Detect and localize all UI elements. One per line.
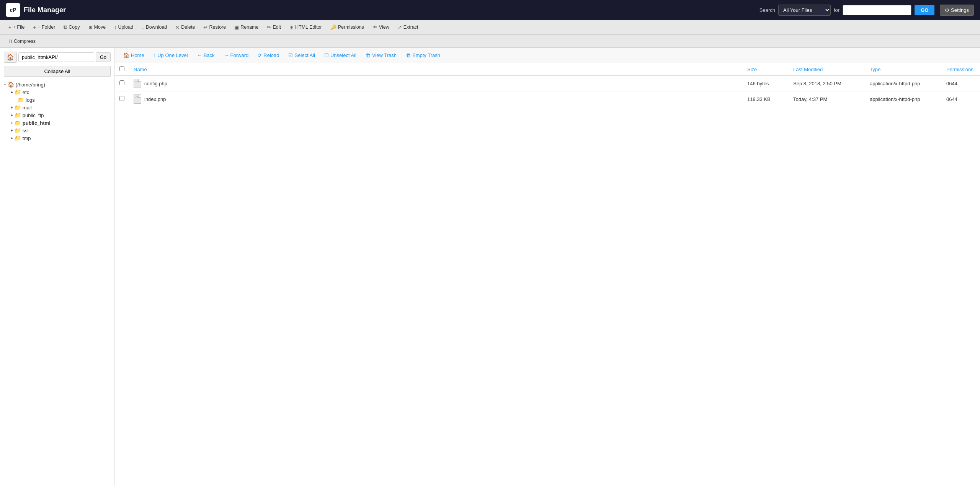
tree-item-ssl[interactable]: + 📁 ssl — [11, 127, 111, 134]
home-nav-button[interactable]: 🏠 Home — [119, 51, 148, 60]
file-icon-0: <?> — [134, 79, 141, 88]
row-checkbox-0[interactable] — [119, 80, 124, 85]
up-one-level-button[interactable]: ↑ Up One Level — [150, 51, 192, 60]
app-title: File Manager — [24, 6, 66, 14]
move-button[interactable]: ⊕ Move — [85, 23, 110, 32]
back-icon: ← — [197, 52, 202, 58]
restore-icon: ↩ — [203, 24, 207, 30]
forward-button[interactable]: → Forward — [220, 51, 253, 60]
file-nav: 🏠 Home ↑ Up One Level ← Back → Forward ⟳… — [115, 48, 980, 63]
modified-column-header[interactable]: Last Modified — [789, 63, 865, 76]
view-trash-button[interactable]: 🗑 View Trash — [362, 51, 400, 60]
unselect-all-icon: ☐ — [324, 52, 329, 58]
rename-button[interactable]: ▣ Rename — [230, 23, 262, 32]
search-go-button[interactable]: GO — [915, 5, 934, 15]
edit-button[interactable]: ✏ Edit — [263, 23, 285, 32]
unselect-all-button[interactable]: ☐ Unselect All — [320, 51, 360, 60]
cp-icon: cP — [6, 3, 20, 17]
restore-button[interactable]: ↩ Restore — [199, 23, 230, 32]
row-checkbox-1[interactable] — [119, 96, 124, 101]
tree-item-logs[interactable]: 📁 logs — [18, 96, 111, 104]
upload-icon: ↑ — [114, 24, 117, 30]
new-folder-button[interactable]: + + Folder — [29, 23, 59, 32]
upload-button[interactable]: ↑ Upload — [110, 23, 137, 32]
delete-button[interactable]: ✕ Delete — [172, 23, 199, 32]
permissions-button[interactable]: 🔑 Permissions — [327, 23, 368, 32]
file-name-cell: <?> config.php — [134, 79, 738, 88]
empty-trash-button[interactable]: 🗑 Empty Trash — [402, 51, 444, 60]
folder-icon-logs: 📁 — [18, 97, 24, 103]
public-ftp-label: public_ftp — [23, 112, 44, 118]
cp-text: cP — [10, 7, 16, 13]
compress-button[interactable]: ⊓ Compress — [5, 36, 39, 46]
folder-plus-icon: + — [33, 24, 36, 30]
file-modified-1: Today, 4:37 PM — [789, 91, 865, 107]
path-home-icon[interactable]: 🏠 — [4, 52, 17, 63]
size-column-header[interactable]: Size — [743, 63, 789, 76]
rename-icon: ▣ — [234, 24, 239, 30]
select-all-button[interactable]: ☑ Select All — [284, 51, 318, 60]
type-column-header[interactable]: Type — [865, 63, 942, 76]
folder-icon-etc: 📁 — [15, 89, 21, 95]
download-button[interactable]: ↓ Download — [138, 23, 171, 32]
up-icon: ↑ — [154, 52, 156, 58]
root-home-icon: 🏠 — [8, 81, 14, 88]
copy-icon: ⧉ — [64, 24, 67, 30]
edit-icon: ✏ — [267, 24, 271, 30]
main-layout: 🏠 Go Collapse All − 🏠 (/home/bring) + 📁 … — [0, 48, 980, 485]
file-name-1[interactable]: index.php — [144, 96, 166, 102]
html-editor-button[interactable]: ⊞ HTML Editor — [286, 23, 326, 32]
reload-button[interactable]: ⟳ Reload — [254, 51, 283, 60]
extract-button[interactable]: ↗ Extract — [394, 23, 422, 32]
move-icon: ⊕ — [88, 24, 93, 30]
ssl-toggle: + — [11, 129, 13, 133]
compress-icon: ⊓ — [8, 38, 12, 44]
table-row[interactable]: <?> index.php 119.33 KB Today, 4:37 PM a… — [115, 91, 980, 107]
sidebar: 🏠 Go Collapse All − 🏠 (/home/bring) + 📁 … — [0, 48, 115, 485]
file-name-cell: <?> index.php — [134, 94, 738, 104]
file-modified-0: Sep 8, 2018, 2:50 PM — [789, 76, 865, 91]
search-scope-select[interactable]: All Your Files Current Directory File Na… — [778, 5, 831, 16]
select-all-icon: ☑ — [288, 52, 293, 58]
tree-item-etc[interactable]: + 📁 etc — [11, 88, 111, 96]
new-file-button[interactable]: + + File — [5, 23, 29, 32]
permissions-column-header[interactable]: Permissions — [942, 63, 980, 76]
etc-label: etc — [23, 90, 29, 95]
tree-root[interactable]: − 🏠 (/home/bring) — [4, 81, 111, 88]
file-perms-0: 0644 — [942, 76, 980, 91]
path-input[interactable] — [18, 52, 94, 62]
file-table-body: <?> config.php 146 bytes Sep 8, 2018, 2:… — [115, 76, 980, 107]
checkbox-header[interactable] — [115, 63, 129, 76]
back-button[interactable]: ← Back — [193, 51, 219, 60]
view-button[interactable]: 👁 View — [369, 23, 393, 32]
file-table: Name Size Last Modified Type Permissions… — [115, 63, 980, 107]
search-input[interactable] — [843, 5, 911, 15]
tree-item-tmp[interactable]: + 📁 tmp — [11, 134, 111, 142]
copy-button[interactable]: ⧉ Copy — [60, 22, 83, 32]
search-for-label: for — [834, 7, 840, 13]
name-column-header[interactable]: Name — [129, 63, 743, 76]
public-ftp-toggle: + — [11, 113, 13, 117]
file-icon-1: <?> — [134, 94, 141, 104]
folder-icon-mail: 📁 — [15, 104, 21, 111]
empty-trash-icon: 🗑 — [406, 52, 411, 58]
etc-toggle: + — [11, 90, 13, 94]
file-perms-1: 0644 — [942, 91, 980, 107]
settings-button[interactable]: ⚙ Settings — [940, 5, 974, 16]
tree-item-public-html[interactable]: + 📁 public_html — [11, 119, 111, 127]
path-go-button[interactable]: Go — [96, 52, 111, 62]
download-icon: ↓ — [142, 24, 144, 30]
extract-icon: ↗ — [398, 24, 402, 30]
select-all-checkbox[interactable] — [119, 66, 124, 71]
file-name-0[interactable]: config.php — [144, 81, 167, 86]
table-row[interactable]: <?> config.php 146 bytes Sep 8, 2018, 2:… — [115, 76, 980, 91]
app-logo: cP File Manager — [6, 3, 66, 17]
tree-item-public-ftp[interactable]: + 📁 public_ftp — [11, 111, 111, 119]
tree-item-mail[interactable]: + 📁 mail — [11, 104, 111, 111]
mail-toggle: + — [11, 106, 13, 110]
collapse-all-button[interactable]: Collapse All — [4, 66, 111, 77]
html-editor-icon: ⊞ — [289, 24, 294, 30]
file-size-0: 146 bytes — [743, 76, 789, 91]
home-nav-icon: 🏠 — [123, 52, 129, 58]
tmp-toggle: + — [11, 136, 13, 140]
